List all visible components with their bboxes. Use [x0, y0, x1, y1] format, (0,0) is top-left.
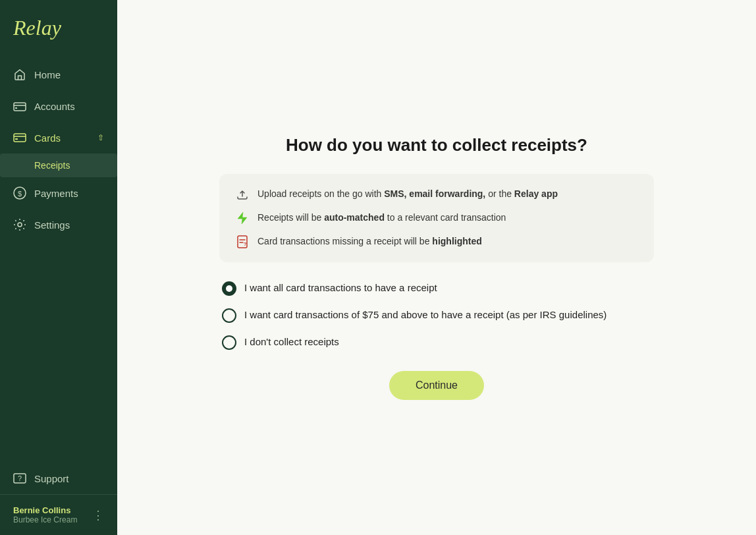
sidebar-item-home[interactable]: Home: [0, 59, 117, 90]
user-info: Bernie Collins Burbee Ice Cream: [13, 505, 86, 524]
info-box: Upload receipts on the go with SMS, emai…: [219, 174, 654, 262]
sidebar-item-cards[interactable]: Cards ⇧: [0, 122, 117, 154]
option-all[interactable]: I want all card transactions to have a r…: [222, 281, 651, 296]
svg-text:?: ?: [244, 242, 246, 246]
sidebar: Relay Home Accounts: [0, 0, 117, 535]
option-75plus[interactable]: I want card transactions of $75 and abov…: [222, 308, 651, 323]
continue-button[interactable]: Continue: [389, 371, 484, 400]
sidebar-item-label-payments: Payments: [34, 188, 78, 199]
svg-rect-0: [14, 103, 26, 111]
content-card: How do you want to collect receipts? Upl…: [219, 135, 654, 400]
info-text-upload: Upload receipts on the go with SMS, emai…: [257, 187, 558, 201]
info-row-upload: Upload receipts on the go with SMS, emai…: [235, 187, 638, 202]
option-75plus-label: I want card transactions of $75 and abov…: [244, 308, 607, 323]
support-icon: ?: [13, 472, 26, 485]
sidebar-item-label-cards: Cards: [34, 132, 61, 144]
nav-list: Home Accounts Cards: [0, 59, 117, 463]
cards-icon: [13, 131, 26, 144]
radio-75plus[interactable]: [222, 308, 236, 323]
sidebar-item-payments[interactable]: $ Payments: [0, 177, 117, 209]
option-none-label: I don't collect receipts: [244, 335, 339, 350]
svg-text:?: ?: [18, 474, 22, 482]
page-title: How do you want to collect receipts?: [286, 135, 587, 155]
info-row-automatch: Receipts will be auto-matched to a relev…: [235, 211, 638, 225]
radio-all[interactable]: [222, 281, 236, 296]
sidebar-item-accounts[interactable]: Accounts: [0, 90, 117, 122]
user-footer: Bernie Collins Burbee Ice Cream ⋮: [0, 494, 117, 535]
svg-rect-2: [14, 134, 26, 142]
info-text-automatch: Receipts will be auto-matched to a relev…: [257, 211, 506, 225]
lightning-icon: [235, 211, 250, 225]
info-row-highlight: ? Card transactions missing a receipt wi…: [235, 235, 638, 249]
chevron-up-icon: ⇧: [97, 133, 104, 142]
sidebar-sub-item-label-receipts: Receipts: [34, 160, 70, 171]
main-content: How do you want to collect receipts? Upl…: [117, 0, 756, 535]
sidebar-sub-item-receipts[interactable]: Receipts: [0, 154, 117, 177]
radio-none[interactable]: [222, 335, 236, 350]
upload-icon: [235, 187, 250, 202]
settings-icon: [13, 218, 26, 231]
svg-text:$: $: [18, 190, 22, 198]
option-none[interactable]: I don't collect receipts: [222, 335, 651, 350]
logo-text: Relay: [13, 16, 61, 40]
svg-rect-1: [15, 107, 17, 109]
sidebar-item-settings[interactable]: Settings: [0, 209, 117, 240]
user-name: Bernie Collins: [13, 505, 86, 515]
accounts-icon: [13, 99, 26, 113]
sidebar-item-support[interactable]: ? Support: [0, 463, 117, 494]
user-menu-button[interactable]: ⋮: [92, 508, 104, 522]
info-text-highlight: Card transactions missing a receipt will…: [257, 235, 482, 248]
payments-icon: $: [13, 186, 26, 200]
svg-rect-3: [15, 138, 18, 140]
logo: Relay: [0, 0, 117, 59]
options-list: I want all card transactions to have a r…: [219, 281, 654, 350]
support-label: Support: [34, 473, 69, 484]
sidebar-item-label-accounts: Accounts: [34, 101, 75, 112]
user-company: Burbee Ice Cream: [13, 515, 86, 524]
home-icon: [13, 68, 26, 81]
sidebar-item-label-home: Home: [34, 69, 61, 80]
receipt-icon: ?: [235, 235, 250, 249]
sidebar-item-label-settings: Settings: [34, 219, 70, 231]
svg-point-6: [18, 223, 22, 227]
option-all-label: I want all card transactions to have a r…: [244, 281, 437, 296]
